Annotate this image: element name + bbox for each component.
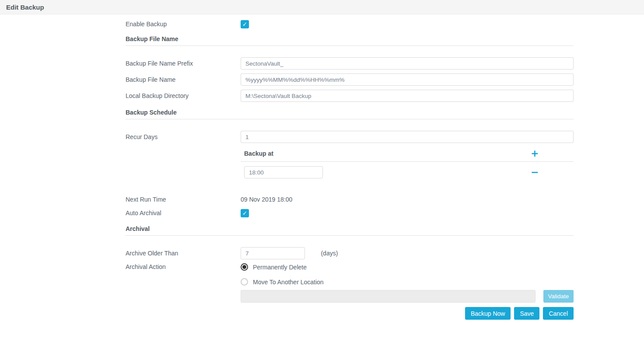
backup-at-label: Backup at bbox=[244, 150, 531, 157]
backup-file-name-input[interactable] bbox=[241, 73, 574, 86]
archive-older-than-row: Archive Older Than (days) bbox=[126, 247, 574, 259]
radio-permanently-delete[interactable]: Permanently Delete bbox=[241, 263, 574, 271]
next-run-time-row: Next Run Time 09 Nov 2019 18:00 bbox=[126, 195, 574, 204]
remove-time-minus-icon[interactable]: − bbox=[531, 168, 539, 177]
backup-schedule-section-title: Backup Schedule bbox=[126, 109, 574, 116]
local-backup-directory-row: Local Backup Directory bbox=[126, 90, 574, 102]
archival-section-title: Archival bbox=[126, 225, 574, 232]
backup-now-button[interactable]: Backup Now bbox=[465, 307, 511, 320]
check-icon: ✓ bbox=[242, 21, 247, 27]
page-title: Edit Backup bbox=[6, 3, 44, 11]
auto-archival-checkbox[interactable]: ✓ bbox=[241, 209, 249, 217]
auto-archival-row: Auto Archival ✓ bbox=[126, 209, 574, 217]
archival-action-label: Archival Action bbox=[126, 263, 241, 270]
backup-time-row: − bbox=[244, 166, 574, 178]
backup-file-name-section-title: Backup File Name bbox=[126, 35, 574, 42]
cancel-button[interactable]: Cancel bbox=[543, 307, 574, 320]
backup-file-name-prefix-label: Backup File Name Prefix bbox=[126, 60, 241, 67]
recur-days-input[interactable] bbox=[241, 131, 574, 143]
local-backup-directory-input[interactable] bbox=[241, 90, 574, 102]
archive-older-than-input[interactable] bbox=[241, 247, 305, 259]
local-backup-directory-label: Local Backup Directory bbox=[126, 92, 241, 99]
archival-action-row: Archival Action Permanently Delete Move … bbox=[126, 263, 574, 286]
section-divider bbox=[126, 45, 574, 46]
next-run-time-value: 09 Nov 2019 18:00 bbox=[241, 196, 292, 203]
backup-at-divider bbox=[241, 161, 574, 162]
archive-older-than-unit: (days) bbox=[321, 250, 338, 257]
next-run-time-label: Next Run Time bbox=[126, 196, 241, 203]
backup-at-header: Backup at + bbox=[244, 149, 574, 158]
radio-selected-icon bbox=[241, 263, 248, 271]
enable-backup-checkbox[interactable]: ✓ bbox=[241, 20, 249, 28]
enable-backup-row: Enable Backup ✓ bbox=[126, 20, 574, 28]
backup-at-block-row: Backup at + − bbox=[126, 143, 574, 178]
backup-time-input[interactable] bbox=[244, 166, 323, 178]
auto-archival-label: Auto Archival bbox=[126, 209, 241, 216]
form-actions: Backup Now Save Cancel bbox=[126, 307, 574, 320]
backup-file-name-label: Backup File Name bbox=[126, 76, 241, 83]
archival-action-radio-group: Permanently Delete Move To Another Locat… bbox=[241, 263, 574, 286]
enable-backup-label: Enable Backup bbox=[126, 21, 241, 28]
page-header-bar: Edit Backup bbox=[0, 0, 644, 14]
validate-button[interactable]: Validate bbox=[543, 290, 574, 303]
recur-days-label: Recur Days bbox=[126, 133, 241, 140]
backup-file-name-prefix-input[interactable] bbox=[241, 57, 574, 70]
radio-unselected-icon bbox=[241, 278, 248, 286]
edit-backup-form: Enable Backup ✓ Backup File Name Backup … bbox=[126, 14, 574, 320]
move-to-another-location-label: Move To Another Location bbox=[253, 279, 324, 286]
recur-days-row: Recur Days bbox=[126, 131, 574, 143]
section-divider bbox=[126, 235, 574, 236]
section-divider bbox=[126, 119, 574, 119]
radio-move-to-another-location[interactable]: Move To Another Location bbox=[241, 278, 574, 286]
check-icon: ✓ bbox=[242, 210, 247, 216]
add-time-plus-icon[interactable]: + bbox=[531, 149, 539, 158]
move-location-path-input[interactable] bbox=[241, 290, 536, 303]
archive-older-than-label: Archive Older Than bbox=[126, 250, 241, 257]
permanently-delete-label: Permanently Delete bbox=[253, 264, 307, 271]
backup-file-name-prefix-row: Backup File Name Prefix bbox=[126, 57, 574, 70]
backup-file-name-row: Backup File Name bbox=[126, 73, 574, 86]
backup-at-block: Backup at + − bbox=[241, 149, 574, 178]
save-button[interactable]: Save bbox=[514, 307, 539, 320]
move-location-row: Validate bbox=[126, 290, 574, 303]
